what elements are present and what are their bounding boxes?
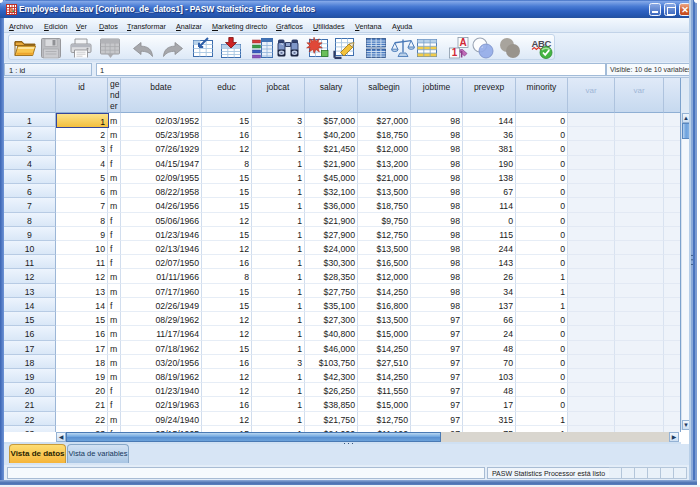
svg-text:1: 1 [452,47,458,58]
svg-text:A: A [459,37,466,48]
